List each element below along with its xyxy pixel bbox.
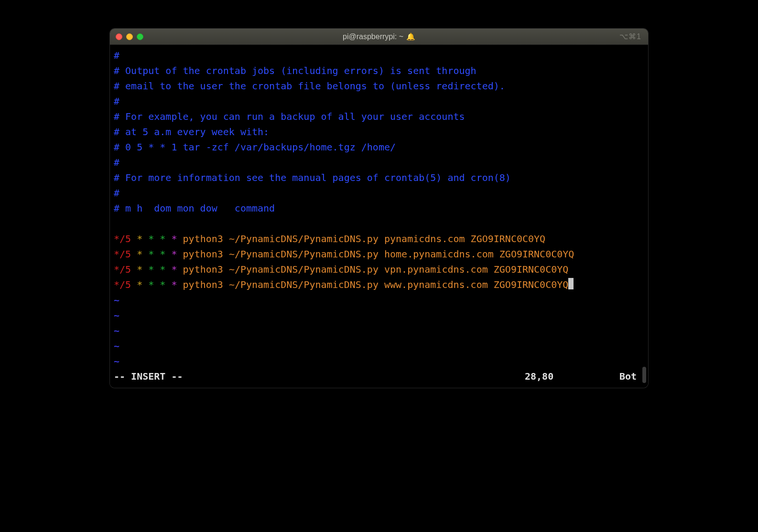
comment-line: # bbox=[114, 48, 644, 63]
cron-mon: * bbox=[160, 248, 165, 260]
cron-line: */5 * * * * python3 ~/PynamicDNS/Pynamic… bbox=[114, 231, 644, 246]
comment-line: # m h dom mon dow command bbox=[114, 201, 644, 216]
cron-dow: * bbox=[171, 264, 177, 275]
cron-line: */5 * * * * python3 ~/PynamicDNS/Pynamic… bbox=[114, 277, 644, 292]
cron-dom: * bbox=[148, 279, 154, 290]
blank-line bbox=[114, 216, 644, 231]
cron-dom: * bbox=[148, 233, 154, 245]
cron-command: python3 ~/PynamicDNS/PynamicDNS.py vpn.p… bbox=[183, 264, 569, 275]
terminal-body[interactable]: # # Output of the crontab jobs (includin… bbox=[110, 45, 648, 388]
cron-hour: * bbox=[137, 248, 142, 260]
terminal-window: pi@raspberrypi: ~ 🔔 ⌥⌘1 # # Output of th… bbox=[110, 29, 648, 388]
cron-hour: * bbox=[137, 279, 142, 290]
comment-line: # bbox=[114, 155, 644, 170]
cron-dow: * bbox=[171, 248, 177, 260]
cron-command: python3 ~/PynamicDNS/PynamicDNS.py home.… bbox=[183, 248, 574, 260]
vim-tilde: ~ bbox=[114, 338, 644, 353]
bell-icon: 🔔 bbox=[406, 32, 415, 41]
vim-tilde: ~ bbox=[114, 323, 644, 338]
title-label: pi@raspberrypi: ~ bbox=[343, 32, 403, 41]
comment-line: # For example, you can run a backup of a… bbox=[114, 109, 644, 124]
comment-line: # bbox=[114, 185, 644, 201]
cron-dom: * bbox=[148, 264, 154, 275]
scrollbar-thumb[interactable] bbox=[642, 367, 646, 383]
cron-dow: * bbox=[171, 233, 177, 245]
cron-mon: * bbox=[160, 264, 165, 275]
traffic-lights bbox=[116, 33, 143, 40]
statusbar-gap bbox=[183, 369, 525, 384]
cron-command: python3 ~/PynamicDNS/PynamicDNS.py pynam… bbox=[183, 233, 546, 245]
cron-command: python3 ~/PynamicDNS/PynamicDNS.py www.p… bbox=[183, 279, 569, 290]
comment-line: # at 5 a.m every week with: bbox=[114, 124, 644, 139]
vim-scroll: Bot bbox=[611, 369, 644, 384]
cursor-icon bbox=[568, 278, 574, 289]
cron-minute: */5 bbox=[114, 279, 131, 290]
comment-line: # Output of the crontab jobs (including … bbox=[114, 63, 644, 78]
cron-minute: */5 bbox=[114, 264, 131, 275]
vim-statusbar: -- INSERT -- 28,80 Bot bbox=[114, 369, 644, 384]
cron-dom: * bbox=[148, 248, 154, 260]
window-title: pi@raspberrypi: ~ 🔔 bbox=[343, 32, 415, 41]
vim-tilde: ~ bbox=[114, 353, 644, 369]
cron-mon: * bbox=[160, 233, 165, 245]
vim-tilde: ~ bbox=[114, 308, 644, 323]
maximize-icon[interactable] bbox=[137, 33, 143, 40]
vim-mode: -- INSERT -- bbox=[114, 369, 183, 384]
cron-hour: * bbox=[137, 233, 142, 245]
vim-position: 28,80 bbox=[525, 369, 611, 384]
cron-line: */5 * * * * python3 ~/PynamicDNS/Pynamic… bbox=[114, 246, 644, 262]
cron-hour: * bbox=[137, 264, 142, 275]
cron-dow: * bbox=[171, 279, 177, 290]
cron-minute: */5 bbox=[114, 233, 131, 245]
comment-line: # email to the user the crontab file bel… bbox=[114, 78, 644, 94]
vim-tilde: ~ bbox=[114, 292, 644, 308]
comment-line: # For more information see the manual pa… bbox=[114, 170, 644, 185]
comment-line: # 0 5 * * 1 tar -zcf /var/backups/home.t… bbox=[114, 139, 644, 155]
close-icon[interactable] bbox=[116, 33, 122, 40]
window-shortcut: ⌥⌘1 bbox=[619, 32, 641, 41]
cron-line: */5 * * * * python3 ~/PynamicDNS/Pynamic… bbox=[114, 262, 644, 277]
cron-mon: * bbox=[160, 279, 165, 290]
comment-line: # bbox=[114, 94, 644, 109]
titlebar: pi@raspberrypi: ~ 🔔 ⌥⌘1 bbox=[110, 29, 648, 45]
minimize-icon[interactable] bbox=[126, 33, 133, 40]
cron-minute: */5 bbox=[114, 248, 131, 260]
